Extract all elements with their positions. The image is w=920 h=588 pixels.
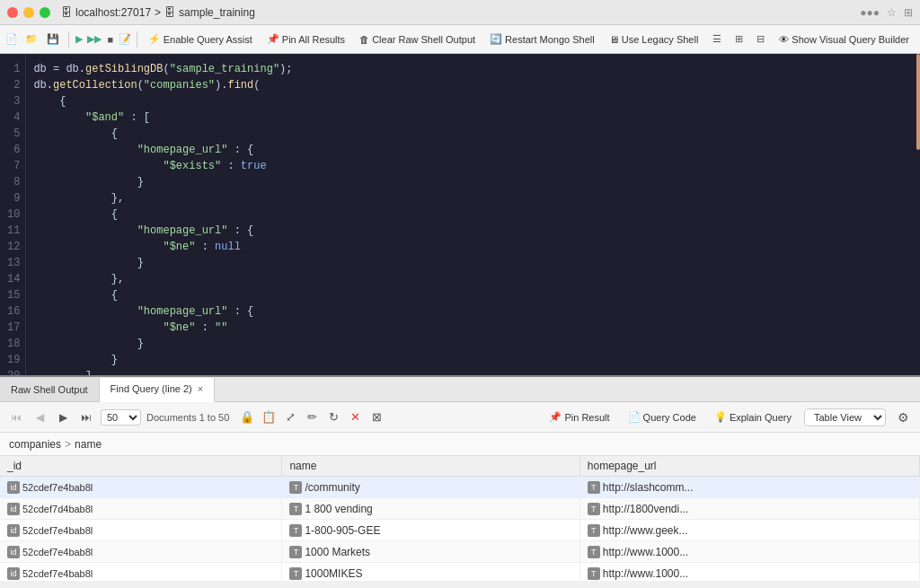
sep2 xyxy=(137,31,137,48)
host-label: localhost:27017 xyxy=(75,6,151,19)
pin-result-label: Pin Result xyxy=(564,412,609,423)
nav-prev-btn[interactable]: ◀ xyxy=(31,408,49,426)
view-select-wrapper: Table View JSON View Tree View xyxy=(804,408,886,426)
use-legacy-btn[interactable]: 🖥 Use Legacy Shell xyxy=(604,32,704,47)
line-numbers: 12345 678910 1112131415 1617181920 21222… xyxy=(0,54,26,377)
breadcrumb-sep: > xyxy=(65,438,71,451)
pin-all-label: Pin All Results xyxy=(282,34,345,45)
enable-query-assist-label: Enable Query Assist xyxy=(164,34,252,45)
main-toolbar: 📄 📁 💾 ▶ ▶▶ ■ 📝 ⚡ Enable Query Assist 📌 P… xyxy=(0,25,920,54)
view-table-btn[interactable]: ⊞ xyxy=(729,31,748,48)
new-btn[interactable]: 📄 xyxy=(5,31,18,48)
window-close-icon[interactable] xyxy=(7,7,18,18)
code-editor[interactable]: 12345 678910 1112131415 1617181920 21222… xyxy=(0,54,920,377)
bottom-panel: Raw Shell Output Find Query (line 2) × ⏮… xyxy=(0,377,920,581)
view-split-btn[interactable]: ⊟ xyxy=(750,31,770,48)
sep1 xyxy=(68,31,69,48)
lock-btn[interactable]: 🔒 xyxy=(238,408,256,426)
folder-btn[interactable]: 📁 xyxy=(22,31,41,48)
cell-id: id52cdef7e4bab8l xyxy=(0,563,282,582)
breadcrumb: companies > name xyxy=(0,433,920,456)
nav-last-btn[interactable]: ⏭ xyxy=(77,408,95,426)
tab-close-icon[interactable]: × xyxy=(198,383,203,394)
legacy-label: Use Legacy Shell xyxy=(622,34,699,45)
window-minimize-icon[interactable] xyxy=(23,7,34,18)
script-btn[interactable]: 📝 xyxy=(119,31,131,48)
col-name[interactable]: name xyxy=(282,456,579,477)
table-row[interactable]: id52cdef7e4bab8lT1000 MarketsThttp://www… xyxy=(0,541,920,563)
view-icons: ☰ ⊞ ⊟ xyxy=(707,31,770,48)
code-content[interactable]: db = db.getSiblingDB("sample_training");… xyxy=(26,54,920,377)
table-row[interactable]: id52cdef7d4bab8lT1 800 vendingThttp://18… xyxy=(0,498,920,520)
cell-name: T/community xyxy=(282,477,579,498)
results-table-container: _id name homepage_url id52cdef7e4bab8lT/… xyxy=(0,456,920,581)
pin-icon: 📌 xyxy=(267,33,279,45)
title-separator: > xyxy=(155,6,161,19)
results-toolbar: ⏮ ◀ ▶ ⏭ 50 25 100 Documents 1 to 50 🔒 📋 … xyxy=(0,402,920,433)
pin-result-btn[interactable]: 📌 Pin Result xyxy=(544,409,615,425)
db-icon: 🗄 xyxy=(61,6,72,19)
restart-mongo-btn[interactable]: 🔄 Restart Mongo Shell xyxy=(484,31,600,47)
clear-raw-label: Clear Raw Shell Output xyxy=(372,34,475,45)
refresh-btn[interactable]: ↻ xyxy=(324,408,342,426)
visual-icon: 👁 xyxy=(779,34,789,45)
explain-icon: 💡 xyxy=(714,411,727,423)
window-maximize-icon[interactable] xyxy=(40,7,50,18)
scroll-indicator xyxy=(916,54,920,150)
editor-inner: 12345 678910 1112131415 1617181920 21222… xyxy=(0,54,920,377)
tab-find-query-label: Find Query (line 2) xyxy=(111,383,192,394)
breadcrumb-collection: companies xyxy=(9,438,61,451)
visual-label: Show Visual Query Builder xyxy=(792,34,909,45)
explain-label: Explain Query xyxy=(730,412,792,423)
legacy-icon: 🖥 xyxy=(609,34,619,45)
enable-query-assist-btn[interactable]: ⚡ Enable Query Assist xyxy=(143,31,258,47)
tab-find-query[interactable]: Find Query (line 2) × xyxy=(100,378,216,402)
nav-first-btn[interactable]: ⏮ xyxy=(7,408,25,426)
tab-raw-shell-label: Raw Shell Output xyxy=(11,384,88,395)
expand-btn[interactable]: ⤢ xyxy=(281,408,299,426)
page-size-select[interactable]: 50 25 100 xyxy=(101,409,141,426)
title-bar: 🗄 localhost:27017 > 🗄 sample_training ●●… xyxy=(0,0,920,25)
nav-next-btn[interactable]: ▶ xyxy=(54,408,72,426)
view-list-btn[interactable]: ☰ xyxy=(707,31,727,48)
cell-url: Thttp://1800vendi... xyxy=(579,498,919,520)
clear-raw-shell-btn[interactable]: 🗑 Clear Raw Shell Output xyxy=(354,32,481,47)
settings-btn[interactable]: ⚙ xyxy=(893,408,913,427)
restart-label: Restart Mongo Shell xyxy=(505,34,595,45)
col-url[interactable]: homepage_url xyxy=(579,456,919,477)
query-code-icon: 📄 xyxy=(628,411,641,423)
title-dots: ●●● xyxy=(860,6,880,19)
copy-btn[interactable]: 📋 xyxy=(260,408,278,426)
filter-btn[interactable]: ⊠ xyxy=(367,408,385,426)
play-btn[interactable]: ▶ xyxy=(75,31,84,48)
query-code-btn[interactable]: 📄 Query Code xyxy=(623,409,702,425)
pin-all-results-btn[interactable]: 📌 Pin All Results xyxy=(261,31,350,47)
edit-btn[interactable]: ✏ xyxy=(303,408,321,426)
breadcrumb-field: name xyxy=(75,438,102,451)
table-row[interactable]: id52cdef7e4bab8lT1000MIKESThttp://www.10… xyxy=(0,563,920,582)
stop-btn[interactable]: ■ xyxy=(105,31,115,48)
cell-name: T1-800-905-GEE xyxy=(282,520,579,541)
cell-name: T1 800 vending xyxy=(282,498,579,520)
results-actions: 📌 Pin Result 📄 Query Code 💡 Explain Quer… xyxy=(544,408,913,427)
db-icon2: 🗄 xyxy=(164,6,175,19)
table-row[interactable]: id52cdef7e4bab8lT/communityThttp://slash… xyxy=(0,477,920,498)
explain-query-btn[interactable]: 💡 Explain Query xyxy=(709,409,797,425)
pin-result-icon: 📌 xyxy=(549,411,562,423)
cell-id: id52cdef7d4bab8l xyxy=(0,498,282,520)
cell-id: id52cdef7e4bab8l xyxy=(0,520,282,541)
show-visual-btn[interactable]: 👁 Show Visual Query Builder xyxy=(774,32,915,47)
tab-raw-shell[interactable]: Raw Shell Output xyxy=(0,377,100,401)
play-next-btn[interactable]: ▶▶ xyxy=(87,31,102,48)
table-body: id52cdef7e4bab8lT/communityThttp://slash… xyxy=(0,477,920,582)
clear-icon: 🗑 xyxy=(359,34,369,45)
cell-id: id52cdef7e4bab8l xyxy=(0,477,282,498)
title-text: 🗄 localhost:27017 > 🗄 sample_training xyxy=(61,6,255,19)
db-label: sample_training xyxy=(179,6,255,19)
view-select[interactable]: Table View JSON View Tree View xyxy=(805,409,885,426)
cell-id: id52cdef7e4bab8l xyxy=(0,541,282,563)
save-btn[interactable]: 💾 xyxy=(43,31,63,48)
delete-btn[interactable]: ✕ xyxy=(346,408,364,426)
col-id[interactable]: _id xyxy=(0,456,282,477)
table-row[interactable]: id52cdef7e4bab8lT1-800-905-GEEThttp://ww… xyxy=(0,520,920,541)
